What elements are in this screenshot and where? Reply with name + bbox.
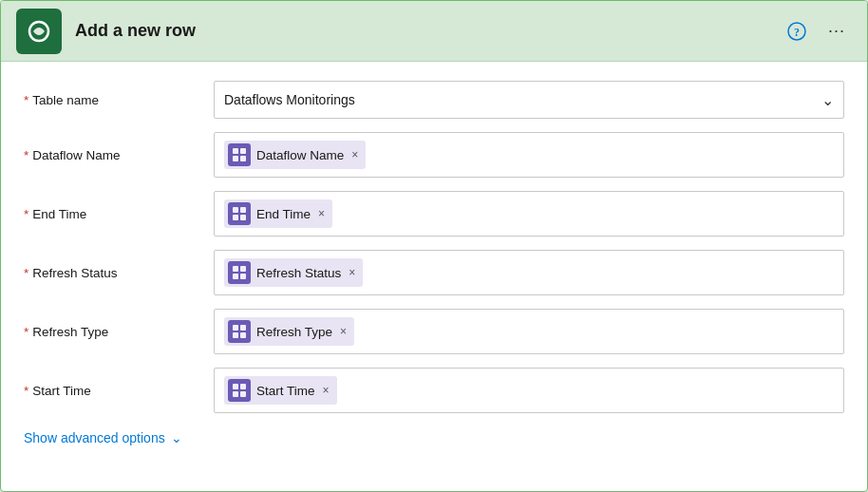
svg-rect-21 <box>233 391 238 397</box>
page-title: Add a new row <box>75 21 782 41</box>
card-body: *Table name Dataflows Monitorings ⌄ *Dat… <box>1 62 867 461</box>
chevron-down-icon: ⌄ <box>171 430 182 445</box>
svg-rect-11 <box>233 266 238 272</box>
required-star: * <box>24 148 28 162</box>
required-star: * <box>24 325 28 339</box>
more-options-button[interactable]: ··· <box>821 16 852 47</box>
token-icon <box>228 320 251 343</box>
token-close-button[interactable]: × <box>351 149 358 161</box>
table-name-value: Dataflows Monitorings <box>224 92 355 107</box>
required-star: * <box>24 384 28 398</box>
table-name-row: *Table name Dataflows Monitorings ⌄ <box>24 81 844 119</box>
token-close-button[interactable]: × <box>323 385 330 396</box>
app-logo <box>16 9 62 54</box>
svg-rect-19 <box>233 384 238 389</box>
dataflow-name-input[interactable]: Dataflow Name × <box>214 132 844 178</box>
svg-rect-10 <box>240 215 246 220</box>
token-text: Dataflow Name <box>256 148 344 162</box>
token-close-button[interactable]: × <box>340 326 347 337</box>
add-row-card: Add a new row ? ··· *Table name Dataflow… <box>0 0 868 492</box>
end-time-row: *End Time End Time × <box>24 191 844 237</box>
token-text: Start Time <box>256 384 315 398</box>
token-text: Refresh Status <box>256 266 341 280</box>
chevron-down-icon: ⌄ <box>821 91 834 109</box>
token-icon <box>228 379 251 402</box>
svg-rect-22 <box>240 391 246 397</box>
required-star: * <box>24 207 28 221</box>
start-time-input[interactable]: Start Time × <box>214 368 844 413</box>
token-close-button[interactable]: × <box>349 267 355 278</box>
svg-rect-4 <box>240 148 246 154</box>
dataflow-name-token: Dataflow Name × <box>224 141 366 169</box>
advanced-options-row: Show advanced options ⌄ <box>24 430 844 445</box>
svg-rect-16 <box>240 325 246 331</box>
refresh-status-input[interactable]: Refresh Status × <box>214 250 844 295</box>
refresh-type-input[interactable]: Refresh Type × <box>214 309 844 354</box>
refresh-status-label: *Refresh Status <box>24 266 214 280</box>
token-close-button[interactable]: × <box>318 208 325 219</box>
svg-rect-5 <box>233 156 238 161</box>
svg-rect-3 <box>233 148 238 154</box>
svg-rect-15 <box>233 325 238 331</box>
required-star: * <box>24 266 28 280</box>
token-icon <box>228 202 251 225</box>
svg-rect-9 <box>233 215 238 220</box>
svg-rect-20 <box>240 384 246 389</box>
dataflow-name-label: *Dataflow Name <box>24 148 214 162</box>
svg-text:?: ? <box>794 26 800 39</box>
svg-rect-12 <box>240 266 246 272</box>
card-header: Add a new row ? ··· <box>1 1 867 62</box>
start-time-row: *Start Time Start Time × <box>24 368 844 413</box>
help-button[interactable]: ? <box>782 16 812 47</box>
svg-rect-8 <box>240 207 246 213</box>
table-name-label: *Table name <box>24 93 214 107</box>
svg-rect-14 <box>240 274 246 279</box>
header-actions: ? ··· <box>782 16 852 47</box>
token-text: Refresh Type <box>256 325 332 339</box>
refresh-status-row: *Refresh Status Refresh Status × <box>24 250 844 295</box>
end-time-token: End Time × <box>224 199 332 228</box>
token-icon <box>228 143 251 166</box>
start-time-label: *Start Time <box>24 384 214 398</box>
end-time-label: *End Time <box>24 207 214 221</box>
refresh-type-token: Refresh Type × <box>224 317 354 346</box>
end-time-input[interactable]: End Time × <box>214 191 844 237</box>
token-icon <box>228 261 251 284</box>
refresh-status-token: Refresh Status × <box>224 258 363 287</box>
dataflow-name-row: *Dataflow Name Dataflow Name × <box>24 132 844 178</box>
refresh-type-row: *Refresh Type Refresh Type × <box>24 309 844 354</box>
refresh-type-label: *Refresh Type <box>24 325 214 339</box>
svg-rect-13 <box>233 274 238 279</box>
show-advanced-options-link[interactable]: Show advanced options <box>24 430 165 445</box>
token-text: End Time <box>256 207 311 221</box>
table-name-dropdown[interactable]: Dataflows Monitorings ⌄ <box>214 81 844 119</box>
svg-rect-17 <box>233 332 238 338</box>
start-time-token: Start Time × <box>224 376 337 405</box>
svg-rect-7 <box>233 207 238 213</box>
svg-rect-6 <box>240 156 246 161</box>
required-star: * <box>24 93 28 107</box>
svg-rect-18 <box>240 332 246 338</box>
